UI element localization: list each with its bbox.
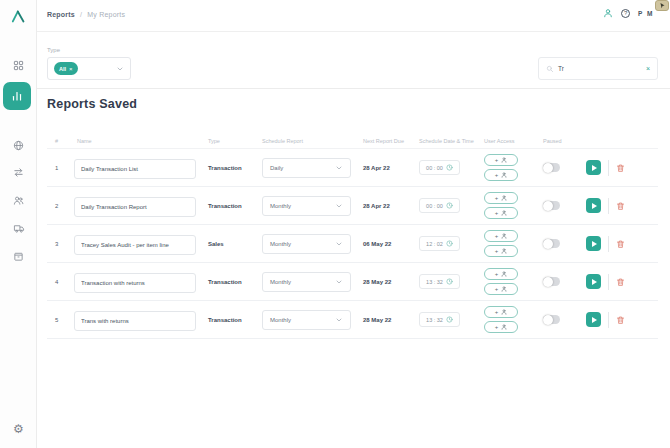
user-access-button[interactable]: + [484, 169, 518, 181]
user-initials[interactable]: P M [638, 10, 654, 17]
plus-icon: + [495, 286, 499, 292]
user-access-button[interactable]: + [484, 230, 518, 242]
schedule-value: Daily [270, 165, 283, 171]
chevron-down-icon [335, 278, 343, 286]
type-filter-chip[interactable]: All × [54, 62, 78, 75]
sidebar-item-orders[interactable] [0, 251, 37, 262]
paused-toggle[interactable] [543, 201, 560, 210]
schedule-report-select[interactable]: Monthly [262, 272, 351, 292]
play-icon [592, 241, 597, 247]
user-access-button[interactable]: + [484, 283, 518, 295]
user-access-button[interactable]: + [484, 321, 518, 333]
clock-icon [446, 164, 453, 171]
schedule-time-input[interactable]: 13 : 32 [419, 312, 460, 327]
swap-arrows-icon [13, 167, 24, 178]
user-access-button[interactable]: + [484, 207, 518, 219]
clock-icon [446, 240, 453, 247]
run-report-button[interactable] [586, 160, 601, 175]
run-report-button[interactable] [586, 274, 601, 289]
delete-report-button[interactable] [616, 163, 625, 173]
run-report-button[interactable] [586, 312, 601, 327]
toggle-knob [543, 239, 553, 249]
delete-report-button[interactable] [616, 201, 625, 211]
time-value: 13 : 32 [426, 279, 443, 285]
user-profile-icon[interactable] [603, 8, 613, 18]
person-icon [501, 324, 507, 330]
user-access-button[interactable]: + [484, 154, 518, 166]
app-logo[interactable] [0, 8, 37, 25]
row-number: 5 [47, 317, 69, 323]
sidebar-item-transfers[interactable] [0, 167, 37, 178]
trash-icon [616, 163, 625, 173]
report-name-input[interactable] [74, 235, 196, 255]
time-value: 00 : 00 [426, 203, 443, 209]
schedule-report-select[interactable]: Monthly [262, 234, 351, 254]
row-number: 2 [47, 203, 69, 209]
type-filter-select[interactable]: All × [47, 57, 131, 80]
report-name-input[interactable] [74, 197, 196, 217]
sidebar-item-dashboard[interactable] [0, 60, 37, 71]
action-divider [608, 198, 609, 214]
schedule-report-select[interactable]: Monthly [262, 196, 351, 216]
globe-icon [13, 140, 24, 151]
person-icon [501, 233, 507, 239]
row-number: 1 [47, 165, 69, 171]
play-icon [592, 317, 597, 323]
run-report-button[interactable] [586, 236, 601, 251]
schedule-report-select[interactable]: Monthly [262, 310, 351, 330]
user-access-button[interactable]: + [484, 245, 518, 257]
schedule-time-input[interactable]: 00 : 00 [419, 160, 460, 175]
sidebar-item-reports[interactable] [3, 82, 31, 110]
delete-report-button[interactable] [616, 277, 625, 287]
paused-toggle[interactable] [543, 277, 560, 286]
schedule-time-input[interactable]: 13 : 32 [419, 274, 460, 289]
run-report-button[interactable] [586, 198, 601, 213]
action-divider [608, 312, 609, 328]
person-icon [501, 271, 507, 277]
help-icon[interactable]: ? [621, 9, 630, 18]
report-type: Sales [200, 241, 254, 247]
paused-toggle[interactable] [543, 315, 560, 324]
paused-toggle[interactable] [543, 163, 560, 172]
table-row: 2 Transaction Monthly 28 Apr 22 00 : 00 … [47, 187, 658, 225]
search-clear-icon[interactable]: × [646, 65, 650, 72]
report-name-input[interactable] [74, 159, 196, 179]
delete-report-button[interactable] [616, 315, 625, 325]
breadcrumb-parent[interactable]: Reports [47, 11, 75, 18]
breadcrumb: Reports / My Reports [47, 11, 125, 18]
table-row: 1 Transaction Daily 28 Apr 22 00 : 00 + [47, 149, 658, 187]
page-title: Reports Saved [47, 97, 137, 111]
user-access-button[interactable]: + [484, 268, 518, 280]
chevron-down-icon [335, 164, 343, 172]
plus-icon: + [495, 157, 499, 163]
filter-band: Type All × Tr × [37, 32, 670, 89]
sidebar-item-globe[interactable] [0, 140, 37, 151]
report-type: Transaction [200, 317, 254, 323]
bar-chart-icon [11, 90, 23, 102]
plus-icon: + [495, 195, 499, 201]
user-access-group: + + [484, 230, 539, 257]
chevron-down-icon [335, 240, 343, 248]
schedule-report-select[interactable]: Daily [262, 158, 351, 178]
schedule-time-input[interactable]: 12 : 02 [419, 236, 460, 251]
sidebar-item-delivery[interactable] [0, 223, 37, 234]
person-icon [501, 172, 507, 178]
report-name-input[interactable] [74, 273, 196, 293]
user-access-group: + + [484, 154, 539, 181]
paused-toggle[interactable] [543, 239, 560, 248]
chip-remove-icon[interactable]: × [69, 66, 73, 72]
action-divider [608, 160, 609, 176]
report-name-input[interactable] [74, 311, 196, 331]
table-row: 4 Transaction Monthly 28 May 22 13 : 32 … [47, 263, 658, 301]
schedule-time-input[interactable]: 00 : 00 [419, 198, 460, 213]
user-access-button[interactable]: + [484, 306, 518, 318]
delete-report-button[interactable] [616, 239, 625, 249]
sidebar-item-users[interactable] [0, 195, 37, 206]
play-icon [592, 165, 597, 171]
search-value: Tr [558, 65, 642, 72]
user-access-button[interactable]: + [484, 192, 518, 204]
settings-gear-icon[interactable]: ⚙ [0, 422, 37, 436]
reports-table: # Name Type Schedule Report Next Report … [47, 133, 658, 339]
clock-icon [446, 278, 453, 285]
search-input[interactable]: Tr × [538, 57, 658, 80]
